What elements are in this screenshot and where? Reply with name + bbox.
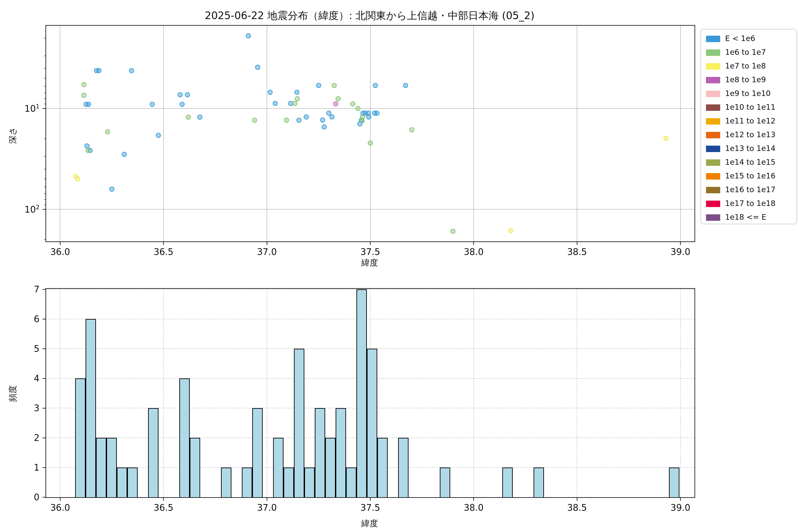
scatter-point [294,90,300,95]
scatter-axes: 36.036.537.037.538.038.539.0101102 [45,25,695,242]
scatter-minor-tick-y [44,205,46,205]
scatter-xtick-label: 38.0 [464,247,483,257]
scatter-minor-tick-y [44,240,46,240]
legend-swatch [706,187,720,193]
hist-tick-y [42,497,46,498]
scatter-tick-x [370,241,370,245]
histogram-bar [242,468,252,497]
hist-tick-x [680,497,681,501]
hist-xtick-label: 37.0 [257,502,277,513]
legend-label: E < 1e6 [725,34,755,43]
scatter-minor-tick-y [44,199,46,200]
legend-swatch [706,159,720,166]
scatter-xtick-label: 37.0 [257,247,277,257]
scatter-point [81,82,87,87]
hist-xtick-label: 36.0 [50,502,70,513]
legend-entry: 1e8 to 1e9 [701,73,796,87]
hist-xtick-label: 37.5 [360,502,380,513]
scatter-point [246,33,251,38]
legend-swatch [706,91,720,97]
legend-label: 1e9 to 1e10 [725,89,771,98]
scatter-point [122,152,127,157]
scatter-point [368,140,373,146]
scatter-minor-tick-y [44,138,46,139]
scatter-point [304,114,309,119]
legend-label: 1e6 to 1e7 [725,48,766,57]
scatter-minor-tick-y [44,56,46,56]
hist-tick-x [60,497,60,501]
scatter-y-axis-label: 深さ [7,118,18,153]
hist-gridline-y [46,319,695,319]
histogram-bar [273,438,284,497]
hist-gridline-x [680,289,681,497]
hist-tick-y [42,348,46,349]
scatter-point [105,129,110,134]
legend-label: 1e17 to 1e18 [725,199,775,208]
hist-xtick-label: 38.5 [567,502,587,513]
hist-tick-x [370,497,370,501]
histogram-bar [252,408,263,497]
histogram-bar [534,468,544,497]
hist-tick-y [42,378,46,379]
hist-gridline-x [577,289,577,497]
hist-gridline-x [267,289,267,497]
scatter-minor-tick-y [44,98,46,99]
hist-tick-y [42,289,46,290]
hist-gridline-x [164,289,164,497]
hist-tick-y [42,438,46,438]
scatter-gridline-y [46,108,695,109]
scatter-ytick-label: 102 [11,204,39,214]
hist-gridline-x [474,289,474,497]
histogram-bar [336,408,346,497]
chart-title: 2025-06-22 地震分布（緯度）: 北関東から上信越・中部日本海 (05_… [45,9,694,23]
histogram-bar [377,438,388,497]
scatter-tick-y [42,108,46,109]
legend-entry: 1e14 to 1e15 [701,156,796,170]
histogram-bar [294,349,304,497]
hist-tick-y [42,319,46,319]
scatter-minor-tick-y [44,68,46,69]
scatter-minor-tick-y [44,78,46,78]
legend-entry: 1e7 to 1e8 [701,60,796,73]
scatter-point [75,176,80,182]
scatter-point [156,133,161,138]
histogram-bar [148,408,158,497]
scatter-point [508,228,513,233]
legend-swatch [706,146,720,152]
legend-swatch [706,132,720,138]
histogram-bar [75,378,86,497]
scatter-point [409,127,414,132]
histogram-y-axis-label: 頻度 [7,376,18,412]
scatter-xtick-label: 36.5 [154,247,173,257]
histogram-bar [669,468,679,497]
hist-ytick-label: 2 [11,433,39,443]
legend-entry: 1e13 to 1e14 [701,142,796,156]
scatter-tick-x [577,241,577,245]
legend-entry: E < 1e6 [701,32,796,46]
legend-swatch [706,63,720,70]
scatter-xtick-label: 37.5 [360,247,380,257]
scatter-point [295,96,300,101]
scatter-point [336,96,341,101]
legend-label: 1e8 to 1e9 [725,75,766,84]
scatter-point [197,115,202,120]
legend-label: 1e11 to 1e12 [725,116,775,125]
histogram-bar [221,468,231,497]
scatter-point [360,118,365,123]
hist-xtick-label: 39.0 [670,502,690,513]
legend-swatch [706,214,720,221]
legend-entry: 1e15 to 1e16 [701,170,796,183]
scatter-tick-x [473,241,474,245]
scatter-point [96,68,101,73]
scatter-point [374,111,380,116]
scatter-point [350,101,355,107]
histogram-bar [96,438,107,497]
scatter-point [316,83,321,88]
legend-label: 1e18 <= E [725,213,766,222]
scatter-gridline-y [46,209,695,209]
scatter-minor-tick-y [44,104,46,104]
histogram-bar [284,468,294,497]
histogram-bar [315,408,325,497]
scatter-point [403,83,408,88]
legend-label: 1e10 to 1e11 [725,102,775,112]
